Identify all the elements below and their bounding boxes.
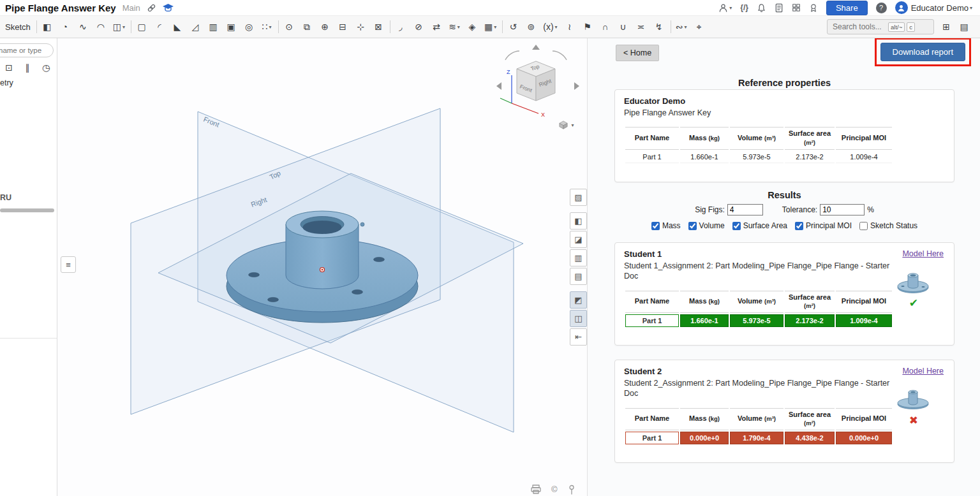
overlay-models-icon[interactable]: ◫	[570, 310, 587, 327]
model-here-link[interactable]: Model Here	[902, 367, 944, 376]
mass-checkbox-input[interactable]	[651, 222, 660, 230]
offset-surface-icon[interactable]: ≋▾	[447, 18, 461, 35]
tag-icon[interactable]: ⚑	[581, 18, 595, 35]
pin-icon[interactable]	[568, 485, 575, 495]
tolerance-input[interactable]	[820, 204, 865, 215]
point-icon[interactable]: ⊚	[524, 18, 538, 35]
rib-icon[interactable]: ▥	[206, 18, 220, 35]
composite-curve-icon[interactable]: ∾▾	[674, 18, 688, 35]
bolt-hole[interactable]	[249, 272, 260, 277]
view-cube[interactable]: Top Front Right Z X	[491, 43, 581, 120]
printer-icon[interactable]	[531, 485, 541, 494]
intersection-curve-icon[interactable]: ∪	[616, 18, 630, 35]
surface-area-checkbox-input[interactable]	[732, 222, 741, 230]
offset-curve-icon[interactable]: ≍	[634, 18, 648, 35]
display-options-icon[interactable]: ▥	[570, 249, 587, 266]
helix-icon[interactable]: ↺	[506, 18, 520, 35]
boolean-icon[interactable]: ⊕	[318, 18, 332, 35]
extrude-icon[interactable]: ◧	[40, 18, 54, 35]
routing-curve-icon[interactable]: ↯	[652, 18, 666, 35]
graphics-viewport[interactable]: Front Top Right	[57, 38, 587, 496]
apps-icon[interactable]	[792, 3, 801, 12]
rotate-right-arrow-icon[interactable]	[574, 82, 579, 90]
rotate-up-arrow-icon[interactable]	[532, 45, 540, 50]
search-tools[interactable]: alt/~ c	[827, 19, 934, 34]
bolt-hole[interactable]	[268, 297, 279, 302]
appearance-panel-icon[interactable]: ▨	[570, 189, 587, 206]
dropdown-caret-icon[interactable]: ▾	[684, 24, 687, 30]
volume-checkbox[interactable]: Volume	[688, 221, 725, 230]
feature-filter-input[interactable]	[0, 43, 54, 57]
rotate-left-arrow-icon[interactable]	[496, 82, 501, 90]
copyright-icon[interactable]: ©	[551, 485, 558, 494]
report-icon[interactable]	[775, 3, 783, 13]
search-tools-input[interactable]	[831, 22, 886, 32]
loft-icon[interactable]: ◠	[94, 18, 108, 35]
linear-pattern-icon[interactable]: ∷▾	[260, 18, 274, 35]
feature-tree-partial-label[interactable]: etry	[0, 78, 13, 87]
help-button[interactable]: ?	[876, 3, 887, 13]
download-report-button[interactable]: Download report	[880, 43, 965, 61]
delete-part-icon[interactable]: ⊠	[371, 18, 385, 35]
split-icon[interactable]: ⊟	[336, 18, 350, 35]
collapse-panel-icon[interactable]: ⇤	[570, 328, 587, 346]
principal-moi-checkbox-input[interactable]	[795, 222, 803, 230]
sketch-status-checkbox[interactable]: Sketch Status	[859, 221, 917, 230]
sig-figs-input[interactable]	[727, 204, 763, 215]
delete-face-icon[interactable]: ⊘	[412, 18, 426, 35]
hole-icon[interactable]: ◎	[242, 18, 256, 35]
origin-point[interactable]	[320, 268, 325, 272]
named-views-icon[interactable]: ◧	[570, 212, 587, 230]
variable-icon[interactable]: (x)▾	[542, 18, 558, 35]
mass-properties-icon[interactable]: ▤	[570, 268, 587, 285]
enclose-icon[interactable]: ▢	[135, 18, 149, 35]
home-button[interactable]: < Home	[616, 45, 659, 61]
filter-icon[interactable]: ⊡	[4, 62, 14, 73]
circular-pattern-icon[interactable]: ⊙	[282, 18, 296, 35]
dropdown-caret-icon[interactable]: ▾	[970, 5, 972, 11]
featurescript-icon[interactable]: {/}	[740, 3, 748, 12]
dropdown-caret-icon[interactable]: ▾	[269, 24, 271, 30]
bolt-hole[interactable]	[374, 257, 385, 261]
share-button[interactable]: Share	[826, 1, 868, 15]
section-view-icon[interactable]: ◪	[570, 231, 587, 248]
draft-icon[interactable]: ◿	[188, 18, 202, 35]
fillet-icon[interactable]: ◜	[152, 18, 167, 35]
link-icon[interactable]	[147, 3, 156, 13]
horizontal-scrollbar[interactable]	[0, 208, 54, 212]
dropdown-caret-icon[interactable]: ▾	[122, 24, 125, 30]
pause-icon[interactable]: ∥	[22, 62, 33, 73]
notifications-icon[interactable]	[757, 3, 766, 13]
dropdown-caret-icon[interactable]: ▾	[457, 24, 460, 30]
feature-tree-partial-label-2[interactable]: RU	[0, 193, 11, 202]
boundary-surface-icon[interactable]: ◈	[465, 18, 479, 35]
view-options-button[interactable]: ▾	[555, 118, 578, 132]
transform-icon[interactable]: ⊹	[353, 18, 368, 35]
surface-area-checkbox[interactable]: Surface Area	[732, 221, 787, 230]
sketch-button[interactable]: Sketch	[5, 22, 31, 32]
dropdown-caret-icon[interactable]: ▾	[494, 24, 496, 30]
projected-curve-icon[interactable]: ∩	[598, 18, 612, 35]
admin-tools-icon[interactable]: ▾	[718, 3, 732, 13]
move-face-icon[interactable]: ⇄	[429, 18, 443, 35]
volume-checkbox-input[interactable]	[688, 222, 697, 230]
history-icon[interactable]: ◷	[41, 62, 51, 73]
roll-ccw-arrow-icon[interactable]	[505, 51, 519, 60]
dropdown-caret-icon[interactable]: ▾	[571, 122, 574, 128]
fill-surface-icon[interactable]: ▦▾	[483, 18, 498, 35]
origin-frame-icon[interactable]: ⌖	[692, 18, 706, 35]
bridging-curve-icon[interactable]: ≀	[563, 18, 577, 35]
apps-grid-icon[interactable]: ⊞	[939, 18, 953, 35]
workspace-label[interactable]: Main	[122, 3, 140, 13]
chamfer-icon[interactable]: ◣	[170, 18, 184, 35]
model-here-link[interactable]: Model Here	[902, 249, 944, 258]
principal-moi-checkbox[interactable]: Principal MOI	[795, 221, 852, 230]
achievements-icon[interactable]	[809, 3, 818, 13]
compare-models-icon[interactable]: ◩	[570, 291, 587, 309]
sketch-status-checkbox-input[interactable]	[859, 222, 868, 230]
modify-fillet-icon[interactable]: ◞	[394, 18, 408, 35]
sweep-icon[interactable]: ∿	[76, 18, 90, 35]
mirror-icon[interactable]: ⧉	[300, 18, 314, 35]
mass-checkbox[interactable]: Mass	[651, 221, 681, 230]
dropdown-caret-icon[interactable]: ▾	[729, 5, 732, 11]
